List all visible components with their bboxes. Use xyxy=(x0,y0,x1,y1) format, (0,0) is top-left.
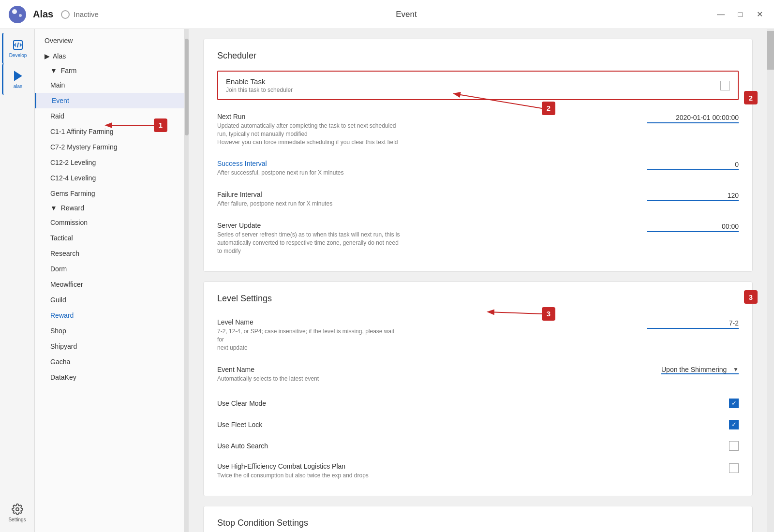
app-name: Alas xyxy=(33,9,53,20)
farm-label: Farm xyxy=(61,67,77,74)
server-update-label: Server Update xyxy=(217,222,632,229)
next-run-label: Next Run xyxy=(217,113,632,120)
enable-task-desc: Join this task to scheduler xyxy=(226,87,293,93)
failure-interval-labels: Failure Interval After failure, postpone… xyxy=(217,191,632,208)
scheduler-title: Scheduler xyxy=(217,51,739,61)
sidebar-item-commission[interactable]: Commission xyxy=(35,215,184,230)
arrow-down-icon: ▼ xyxy=(50,67,57,74)
icon-bar: Develop alas Settings xyxy=(0,29,35,532)
sidebar-item-reward[interactable]: Reward xyxy=(35,308,184,323)
event-name-select[interactable]: Upon the Shimmering xyxy=(661,366,739,373)
arrow-right-icon: ▶ xyxy=(45,52,50,60)
enable-task-checkbox[interactable] xyxy=(720,81,730,90)
success-interval-desc: After successful, postpone next run for … xyxy=(217,169,401,177)
sidebar-item-event[interactable]: Event xyxy=(35,93,184,108)
high-efficiency-label: Use High-Efficiency Combat Logistics Pla… xyxy=(217,462,632,470)
sidebar-item-gacha[interactable]: Gacha xyxy=(35,354,184,369)
sidebar-item-raid[interactable]: Raid xyxy=(35,108,184,124)
level-name-desc: 7-2, 12-4, or SP4; case insensitive; if … xyxy=(217,327,401,352)
gems-label: Gems Farming xyxy=(50,190,95,197)
server-update-input[interactable] xyxy=(647,222,739,232)
event-name-desc: Automatically selects to the latest even… xyxy=(217,375,401,383)
clear-mode-row: Use Clear Mode xyxy=(217,394,739,413)
datakey-label: DataKey xyxy=(50,373,76,381)
alas-label: alas xyxy=(14,84,22,89)
sidebar-item-shipyard[interactable]: Shipyard xyxy=(35,339,184,354)
sidebar-item-guild[interactable]: Guild xyxy=(35,292,184,308)
sidebar-item-tactical[interactable]: Tactical xyxy=(35,230,184,246)
next-run-labels: Next Run Updated automatically after com… xyxy=(217,113,632,146)
outer-scrollbar-thumb xyxy=(767,31,774,70)
code-icon xyxy=(12,39,24,51)
minimize-button[interactable]: — xyxy=(714,8,728,21)
sidebar-item-c72[interactable]: C7-2 Mystery Farming xyxy=(35,139,184,155)
reward-arrow-icon: ▼ xyxy=(50,204,57,212)
level-name-input[interactable] xyxy=(647,318,739,329)
window-title: Event xyxy=(99,10,714,19)
settings-label: Settings xyxy=(8,517,26,522)
sidebar-item-shop[interactable]: Shop xyxy=(35,323,184,339)
develop-nav-item[interactable]: Develop xyxy=(2,33,33,64)
level-settings-title: Level Settings xyxy=(217,294,739,304)
maximize-button[interactable]: □ xyxy=(733,8,747,21)
c11-label: C1-1 Affinity Farming xyxy=(50,128,113,135)
annotation-badge-3: 3 xyxy=(744,290,758,304)
sidebar-item-overview[interactable]: Overview xyxy=(35,33,184,48)
meowfficer-label: Meowfficer xyxy=(50,281,83,288)
auto-search-checkbox[interactable] xyxy=(729,441,739,451)
outer-scrollbar[interactable] xyxy=(767,29,774,532)
high-efficiency-checkbox[interactable] xyxy=(729,463,739,473)
sidebar-item-meowfficer[interactable]: Meowfficer xyxy=(35,277,184,292)
app-body: Develop alas Settings Overview ▶ Alas xyxy=(0,29,774,532)
dorm-label: Dorm xyxy=(50,265,67,273)
app-logo xyxy=(8,5,27,24)
auto-search-row: Use Auto Search xyxy=(217,436,739,456)
level-name-labels: Level Name 7-2, 12-4, or SP4; case insen… xyxy=(217,318,632,352)
success-interval-row: Success Interval After successful, postp… xyxy=(217,155,739,182)
success-interval-label: Success Interval xyxy=(217,160,632,167)
c124-label: C12-4 Leveling xyxy=(50,174,96,182)
svg-point-5 xyxy=(16,508,19,511)
develop-label: Develop xyxy=(9,53,27,58)
high-efficiency-labels: Use High-Efficiency Combat Logistics Pla… xyxy=(217,462,632,480)
failure-interval-input[interactable] xyxy=(647,191,739,201)
next-run-row: Next Run Updated automatically after com… xyxy=(217,108,739,151)
sidebar-section-farm[interactable]: ▼ Farm xyxy=(35,64,184,77)
sidebar-item-c124[interactable]: C12-4 Leveling xyxy=(35,170,184,186)
event-name-labels: Event Name Automatically selects to the … xyxy=(217,366,632,383)
main-content: 1 2 3 Scheduler Enable Task Join this ta… xyxy=(189,29,767,532)
close-button[interactable]: ✕ xyxy=(753,8,766,21)
event-name-label: Event Name xyxy=(217,366,632,373)
scheduler-card: Scheduler Enable Task Join this task to … xyxy=(203,39,753,272)
sidebar-item-alas[interactable]: ▶ Alas xyxy=(35,48,184,64)
main-label: Main xyxy=(50,81,65,89)
success-interval-labels: Success Interval After successful, postp… xyxy=(217,160,632,177)
server-update-row: Server Update Series of server refresh t… xyxy=(217,217,739,260)
server-update-desc: Series of server refresh time(s) as to w… xyxy=(217,231,401,255)
fleet-lock-labels: Use Fleet Lock xyxy=(217,421,632,429)
next-run-input[interactable] xyxy=(647,113,739,123)
alas-nav-item[interactable]: alas xyxy=(2,64,33,95)
stop-condition-title: Stop Condition Settings xyxy=(217,518,739,528)
sidebar-item-c11[interactable]: C1-1 Affinity Farming xyxy=(35,124,184,139)
sidebar-item-dorm[interactable]: Dorm xyxy=(35,261,184,277)
window-controls: — □ ✕ xyxy=(714,8,766,21)
enable-task-box: Enable Task Join this task to scheduler xyxy=(217,71,739,100)
settings-nav-item[interactable]: Settings xyxy=(2,497,33,528)
c122-label: C12-2 Leveling xyxy=(50,159,96,166)
fleet-lock-checkbox[interactable] xyxy=(729,420,739,429)
commission-label: Commission xyxy=(50,219,88,226)
sidebar-item-main[interactable]: Main xyxy=(35,77,184,93)
success-interval-input[interactable] xyxy=(647,160,739,170)
sidebar-section-reward[interactable]: ▼ Reward xyxy=(35,201,184,215)
stop-condition-card: Stop Condition Settings After triggering… xyxy=(203,506,753,532)
event-name-control: Upon the Shimmering ▼ xyxy=(632,366,739,374)
sidebar-scrollbar[interactable] xyxy=(185,29,189,532)
sidebar-item-research[interactable]: Research xyxy=(35,246,184,261)
sidebar-item-c122[interactable]: C12-2 Leveling xyxy=(35,155,184,170)
sidebar-item-gems[interactable]: Gems Farming xyxy=(35,186,184,201)
clear-mode-control xyxy=(632,399,739,408)
clear-mode-checkbox[interactable] xyxy=(729,399,739,408)
sidebar-item-datakey[interactable]: DataKey xyxy=(35,369,184,385)
svg-point-2 xyxy=(19,14,22,17)
